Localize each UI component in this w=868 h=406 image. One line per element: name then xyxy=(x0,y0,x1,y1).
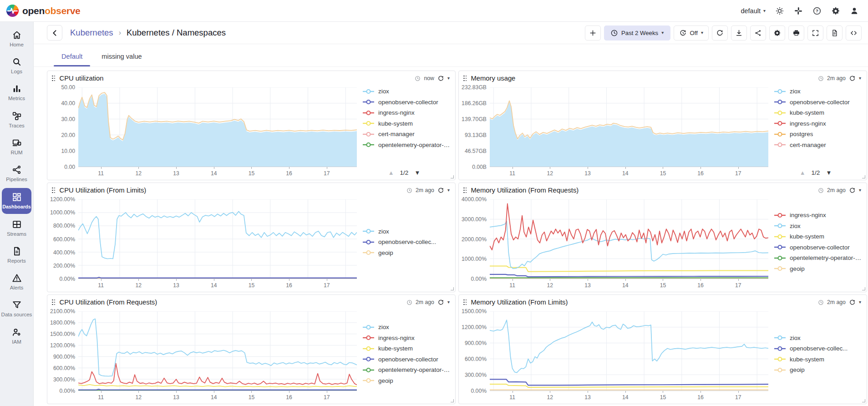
legend-item-opentelemetry-operator-sys[interactable]: opentelemetry-operator-sys... xyxy=(362,365,452,376)
panel-refresh-button[interactable] xyxy=(437,75,444,82)
legend-item-postgres[interactable]: postgres xyxy=(774,129,864,140)
drag-handle-icon[interactable] xyxy=(463,188,467,193)
org-selector[interactable]: default ▾ xyxy=(741,7,766,15)
drag-handle-icon[interactable] xyxy=(52,76,55,81)
resize-handle[interactable] xyxy=(451,175,454,178)
chart-plot[interactable] xyxy=(78,87,357,167)
legend-item-cert-manager[interactable]: cert-manager xyxy=(362,129,452,140)
resize-handle[interactable] xyxy=(451,399,454,402)
legend-item-geoip[interactable]: geoip xyxy=(362,376,452,386)
panel-refresh-button[interactable] xyxy=(437,299,444,306)
legend-item-kube-system[interactable]: kube-system xyxy=(362,118,452,129)
back-button[interactable] xyxy=(47,25,62,41)
sidebar-item-data-sources[interactable]: Data sources xyxy=(0,295,33,322)
legend-item-ziox[interactable]: ziox xyxy=(362,226,452,237)
breadcrumb-separator: › xyxy=(119,29,121,37)
share-button[interactable] xyxy=(750,25,766,41)
legend-item-openobserve-collec[interactable]: openobserve-collec... xyxy=(362,237,452,248)
chart-plot[interactable] xyxy=(490,87,768,167)
panel-menu-caret[interactable]: ▾ xyxy=(447,76,450,81)
export-button[interactable] xyxy=(731,25,747,41)
help-button[interactable]: ? xyxy=(812,6,822,15)
sidebar-item-pipelines[interactable]: Pipelines xyxy=(0,160,33,187)
theme-toggle-button[interactable] xyxy=(775,6,784,15)
sidebar-item-logs[interactable]: Logs xyxy=(0,52,33,79)
legend-item-openobserve-collector[interactable]: openobserve-collector xyxy=(774,242,864,253)
legend-item-opentelemetry-operator-sys[interactable]: opentelemetry-operator-sys... xyxy=(362,140,452,151)
sidebar-item-traces[interactable]: Traces xyxy=(0,107,33,133)
legend-page-up-icon[interactable]: ▲ xyxy=(800,169,806,176)
legend-item-openobserve-collector[interactable]: openobserve-collector xyxy=(774,97,864,108)
json-view-button[interactable] xyxy=(827,25,843,41)
resize-handle[interactable] xyxy=(862,399,865,402)
print-button[interactable] xyxy=(788,25,804,41)
breadcrumb-parent-link[interactable]: Kubernetes xyxy=(70,28,113,38)
drag-handle-icon[interactable] xyxy=(463,76,467,81)
legend-item-geoip[interactable]: geoip xyxy=(774,264,864,274)
funnel-icon xyxy=(12,300,22,310)
legend-item-kube-system[interactable]: kube-system xyxy=(774,231,864,242)
fullscreen-button[interactable] xyxy=(807,25,823,41)
sidebar-item-rum[interactable]: RUM xyxy=(0,133,33,160)
panel-refresh-button[interactable] xyxy=(849,75,856,82)
legend-item-ziox[interactable]: ziox xyxy=(362,322,452,333)
account-button[interactable] xyxy=(850,6,859,15)
sidebar-item-alerts[interactable]: Alerts xyxy=(0,269,33,295)
legend-item-ziox[interactable]: ziox xyxy=(774,221,864,232)
legend-item-openobserve-collec[interactable]: openobserve-collec... xyxy=(774,343,864,354)
legend-item-openobserve-collector[interactable]: openobserve-collector xyxy=(362,354,452,365)
legend-page-up-icon[interactable]: ▲ xyxy=(388,169,394,176)
panel-menu-caret[interactable]: ▾ xyxy=(859,300,861,304)
settings-button[interactable] xyxy=(831,6,840,15)
time-range-button[interactable]: Past 2 Weeks ▾ xyxy=(604,25,670,41)
resize-handle[interactable] xyxy=(862,175,865,178)
tab-default[interactable]: Default xyxy=(54,48,90,66)
legend-item-ziox[interactable]: ziox xyxy=(774,333,864,344)
add-panel-button[interactable] xyxy=(585,25,601,41)
panel-menu-caret[interactable]: ▾ xyxy=(859,76,861,81)
sidebar-item-iam[interactable]: IAM xyxy=(0,323,33,350)
legend-item-opentelemetry-operator-sys[interactable]: opentelemetry-operator-sys... xyxy=(774,253,864,264)
drag-handle-icon[interactable] xyxy=(52,188,55,193)
legend-page-down-icon[interactable]: ▼ xyxy=(826,169,832,176)
slack-icon[interactable] xyxy=(794,6,803,15)
sidebar-item-streams[interactable]: Streams xyxy=(0,215,33,242)
legend-item-ingress-nginx[interactable]: ingress-nginx xyxy=(362,107,452,118)
legend-item-kube-system[interactable]: kube-system xyxy=(774,354,864,365)
legend-item-ingress-nginx[interactable]: ingress-nginx xyxy=(774,210,864,221)
legend-page-down-icon[interactable]: ▼ xyxy=(414,169,420,176)
chart-plot[interactable] xyxy=(78,311,357,391)
legend-item-geoip[interactable]: geoip xyxy=(362,247,452,258)
panel-refresh-button[interactable] xyxy=(849,299,856,306)
drag-handle-icon[interactable] xyxy=(463,299,467,305)
resize-handle[interactable] xyxy=(862,287,865,290)
sidebar-item-reports[interactable]: Reports xyxy=(0,242,33,269)
legend-item-cert-manager[interactable]: cert-manager xyxy=(774,140,864,151)
panel-menu-caret[interactable]: ▾ xyxy=(447,188,450,193)
legend-item-ingress-nginx[interactable]: ingress-nginx xyxy=(774,118,864,129)
drag-handle-icon[interactable] xyxy=(52,299,55,305)
refresh-dashboard-button[interactable] xyxy=(712,25,728,41)
legend-item-openobserve-collector[interactable]: openobserve-collector xyxy=(362,97,452,108)
panel-refresh-button[interactable] xyxy=(849,187,856,194)
resize-handle[interactable] xyxy=(451,287,454,290)
dashboard-settings-button[interactable] xyxy=(769,25,785,41)
tab-missing-value[interactable]: missing value xyxy=(94,48,149,66)
chart-plot[interactable] xyxy=(78,199,357,279)
auto-refresh-button[interactable]: Off ▾ xyxy=(674,25,709,41)
legend-item-kube-system[interactable]: kube-system xyxy=(774,107,864,118)
sidebar-item-dashboards[interactable]: Dashboards xyxy=(2,188,31,213)
query-inspector-button[interactable] xyxy=(846,25,862,41)
sidebar-item-home[interactable]: Home xyxy=(0,25,33,52)
sidebar-item-metrics[interactable]: Metrics xyxy=(0,79,33,106)
panel-menu-caret[interactable]: ▾ xyxy=(859,188,861,193)
panel-refresh-button[interactable] xyxy=(437,187,444,194)
legend-item-ingress-nginx[interactable]: ingress-nginx xyxy=(362,333,452,344)
legend-item-geoip[interactable]: geoip xyxy=(774,365,864,376)
chart-plot[interactable] xyxy=(490,199,768,279)
legend-item-kube-system[interactable]: kube-system xyxy=(362,343,452,354)
chart-plot[interactable] xyxy=(490,311,768,391)
panel-menu-caret[interactable]: ▾ xyxy=(447,300,450,304)
legend-item-ziox[interactable]: ziox xyxy=(362,86,452,97)
legend-item-ziox[interactable]: ziox xyxy=(774,86,864,97)
